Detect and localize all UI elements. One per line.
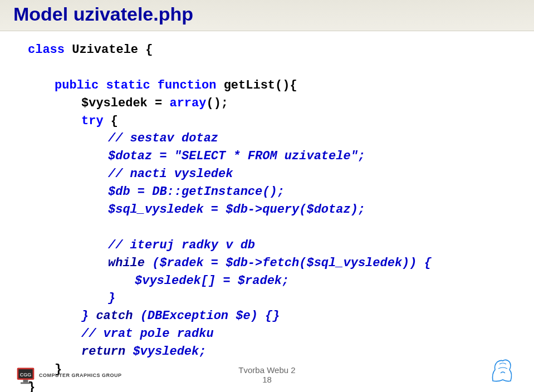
comment-line: // sestav dotaz [28, 130, 506, 148]
svg-rect-3 [23, 380, 28, 383]
identifier: getList [224, 79, 275, 92]
slide-header: Model uzivatele.php [0, 0, 534, 31]
svg-text:CGG: CGG [20, 372, 32, 378]
expression: ($radek = $db->fetch($sql_vysledek)) { [152, 256, 432, 270]
comment-line: // nacti vysledek [28, 165, 506, 183]
brace: { [111, 114, 118, 128]
brace: { [145, 43, 153, 57]
monitor-icon: CGG [16, 365, 36, 385]
code-line: $vysledek[] = $radek; [28, 272, 506, 290]
expression: (DBException $e) {} [140, 309, 280, 323]
code-line: class Uzivatele { [28, 41, 506, 59]
operator: = [148, 96, 170, 110]
logo-lion [487, 354, 518, 385]
variable: $vysledek [81, 96, 148, 110]
comment-line: // iteruj radky v db [28, 237, 506, 254]
paren: (); [206, 96, 228, 110]
keyword: try [81, 114, 111, 128]
code-line: try { [28, 112, 506, 130]
page-number: 18 [238, 375, 295, 384]
blank-line [28, 59, 506, 77]
blank-line [28, 219, 506, 237]
lion-icon [487, 354, 518, 385]
logo-text: COMPUTER GRAPHICS GROUP [39, 373, 122, 378]
code-line: $dotaz = "SELECT * FROM uzivatele"; [28, 148, 506, 165]
keyword: catch [96, 309, 140, 323]
brace: } [28, 290, 506, 307]
identifier: Uzivatele [72, 43, 145, 57]
keyword: while [108, 256, 152, 270]
svg-rect-4 [21, 383, 31, 384]
code-line: while ($radek = $db->fetch($sql_vysledek… [28, 254, 506, 272]
brace: } [81, 309, 96, 323]
code-block: class Uzivatele { public static function… [0, 31, 534, 392]
page-title: Model uzivatele.php [13, 3, 521, 25]
keyword: array [169, 96, 206, 110]
footer-title: Tvorba Webu 2 [238, 365, 295, 375]
code-line: $vysledek = array(); [28, 95, 506, 112]
keyword: class [28, 43, 72, 57]
code-line: $db = DB::getInstance(); [28, 183, 506, 201]
code-line: $sql_vysledek = $db->query($dotaz); [28, 201, 506, 219]
footer-center: Tvorba Webu 2 18 [238, 365, 295, 384]
keyword: public static function [55, 79, 224, 92]
paren: (){ [275, 79, 297, 92]
logo-cgg: CGG COMPUTER GRAPHICS GROUP [16, 365, 122, 385]
comment-line: // vrat pole radku [28, 325, 506, 343]
code-line: public static function getList(){ [28, 77, 506, 95]
code-line: } catch (DBException $e) {} [28, 307, 506, 325]
